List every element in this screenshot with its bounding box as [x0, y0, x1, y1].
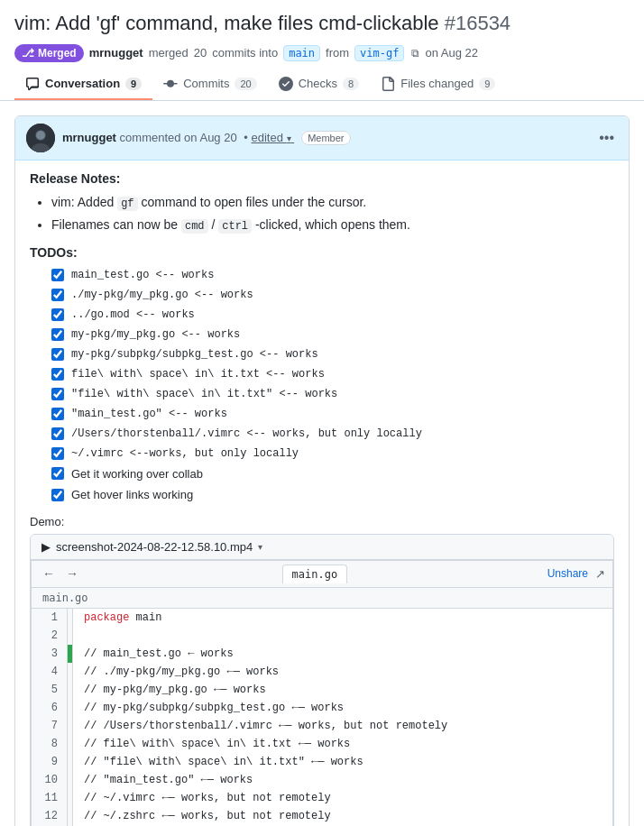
code-nav: ← → main.go Unshare ↗ [32, 561, 612, 588]
todo-checkbox[interactable] [51, 447, 64, 460]
comment-body: Release Notes: vim: Added gf command to … [15, 161, 629, 826]
line-number[interactable]: 9 [32, 753, 68, 771]
conversation-icon [25, 77, 40, 91]
pr-title-text: vim: Add 'gf' command, make files cmd-cl… [14, 12, 439, 34]
line-code [73, 627, 612, 645]
line-number[interactable]: 1 [32, 609, 68, 627]
todo-checkbox[interactable] [51, 348, 64, 361]
line-code: // "file\ with\ space\ in\ it.txt" ←— wo… [73, 753, 612, 771]
tab-conversation-count: 9 [125, 78, 142, 90]
todo-text: "file\ with\ space\ in\ it.txt" <-- work… [71, 386, 337, 402]
todo-text: ../go.mod <-- works [71, 307, 195, 323]
line-number[interactable]: 6 [32, 699, 68, 717]
ctrl-code: ctrl [218, 219, 252, 234]
line-number[interactable]: 8 [32, 735, 68, 753]
code-line: 11// ~/.vimrc ←— works, but not remotely [32, 789, 612, 807]
video-icon: ▶ [41, 540, 51, 554]
tab-files-changed[interactable]: Files changed 9 [370, 69, 506, 100]
todo-item: ~/.vimrc <--works, but only locally [51, 445, 614, 462]
todo-checkbox[interactable] [51, 427, 64, 440]
todo-list: main_test.go <-- works./my-pkg/my_pkg.go… [51, 267, 614, 504]
code-nav-forward[interactable]: → [62, 564, 82, 583]
code-filepath: main.go [32, 588, 612, 609]
tabs-bar: Conversation 9 Commits 20 Checks 8 Files… [0, 69, 644, 101]
external-link-icon[interactable]: ↗ [595, 567, 605, 581]
merge-icon: ⎇ [22, 47, 34, 60]
todo-checkbox[interactable] [51, 289, 64, 301]
head-branch-tag[interactable]: vim-gf [354, 45, 404, 61]
comment-header-right: ••• [595, 128, 618, 148]
todo-checkbox[interactable] [51, 388, 64, 400]
comment-edited-link[interactable]: edited ▾ [251, 131, 294, 144]
tab-conversation[interactable]: Conversation 9 [14, 69, 152, 100]
code-line: 6// my-pkg/subpkg/subpkg_test.go ←— work… [32, 699, 612, 717]
todo-checkbox[interactable] [51, 328, 64, 341]
line-code: // "main_test.go" ←— works [73, 771, 612, 789]
code-tab-filename[interactable]: main.go [282, 564, 348, 583]
page-container: vim: Add 'gf' command, make files cmd-cl… [0, 0, 644, 826]
code-line: 12// ~/.zshrc ←— works, but not remotely [32, 807, 612, 825]
comment-more-button[interactable]: ••• [595, 128, 618, 148]
comment-author[interactable]: mrnugget [62, 131, 116, 144]
line-number[interactable]: 12 [32, 807, 68, 825]
todo-text: Get it working over collab [71, 465, 203, 483]
todo-text: my-pkg/subpkg/subpkg_test.go <-- works [71, 346, 318, 363]
todo-item: "main_test.go" <-- works [51, 406, 614, 422]
line-number[interactable]: 2 [32, 627, 68, 645]
todo-checkbox[interactable] [51, 269, 64, 281]
todo-item: my-pkg/my_pkg.go <-- works [51, 326, 614, 343]
todo-checkbox[interactable] [51, 368, 64, 381]
tab-checks[interactable]: Checks 8 [268, 69, 370, 100]
todo-text: ~/.vimrc <--works, but only locally [71, 445, 299, 462]
release-note-item: vim: Added gf command to open files unde… [51, 193, 614, 212]
line-number[interactable]: 11 [32, 789, 68, 807]
pr-merged-date: on Aug 22 [425, 46, 478, 60]
line-code: // my-pkg/my_pkg.go ←— works [73, 681, 612, 699]
tab-checks-count: 8 [343, 78, 359, 90]
todo-item: main_test.go <-- works [51, 267, 614, 283]
todo-item: file\ with\ space\ in\ it.txt <-- works [51, 366, 614, 382]
tab-files-changed-label: Files changed [400, 77, 474, 90]
todo-item: ./my-pkg/my_pkg.go <-- works [51, 287, 614, 303]
line-code: package main [73, 609, 612, 627]
copy-icon[interactable]: ⧉ [411, 47, 419, 60]
comment-edited-label: edited [251, 131, 282, 144]
line-number[interactable]: 5 [32, 681, 68, 699]
code-line: 2 [32, 627, 612, 645]
avatar-svg [26, 124, 55, 152]
base-branch-tag[interactable]: main [283, 45, 320, 61]
todo-item: /Users/thorstenball/.vimrc <-- works, bu… [51, 426, 614, 442]
line-number[interactable]: 7 [32, 717, 68, 735]
avatar [26, 124, 55, 152]
line-code: // ./my-pkg/my_pkg.go ←— works [73, 663, 612, 681]
merged-badge: ⎇ Merged [14, 44, 84, 62]
comment-meta: mrnugget commented on Aug 20 • edited ▾ … [62, 131, 351, 144]
video-dropdown-icon[interactable]: ▾ [258, 542, 262, 552]
todo-checkbox[interactable] [51, 408, 64, 420]
tab-commits[interactable]: Commits 20 [152, 69, 268, 100]
todo-item: my-pkg/subpkg/subpkg_test.go <-- works [51, 346, 614, 363]
line-code: // ~/.vimrc ←— works, but not remotely [73, 789, 612, 807]
todos-title: TODOs: [30, 245, 614, 260]
line-number[interactable]: 3 [32, 645, 68, 663]
line-number[interactable]: 4 [32, 663, 68, 681]
release-notes-title: Release Notes: [30, 171, 614, 186]
code-line: 10// "main_test.go" ←— works [32, 771, 612, 789]
todo-checkbox[interactable] [51, 308, 64, 321]
line-code: // /Users/thorstenball/.vimrc ←— works, … [73, 717, 612, 735]
comment-block: mrnugget commented on Aug 20 • edited ▾ … [14, 115, 630, 826]
unshare-link[interactable]: Unshare [547, 567, 588, 580]
pr-status-label: Merged [38, 47, 77, 60]
line-number[interactable]: 10 [32, 771, 68, 789]
pr-author[interactable]: mrnugget [89, 46, 143, 60]
svg-point-2 [36, 131, 45, 140]
todo-checkbox[interactable] [51, 489, 64, 501]
release-note-item-2: Filenames can now be cmd / ctrl -clicked… [51, 216, 614, 234]
todo-checkbox[interactable] [51, 467, 64, 480]
todo-item: "file\ with\ space\ in\ it.txt" <-- work… [51, 386, 614, 402]
code-nav-back[interactable]: ← [39, 564, 59, 583]
edited-chevron-icon: ▾ [287, 133, 291, 143]
code-nav-arrows: ← → [39, 564, 82, 583]
gf-code: gf [117, 197, 137, 211]
comment-timestamp: commented on Aug 20 • edited ▾ [120, 131, 295, 144]
